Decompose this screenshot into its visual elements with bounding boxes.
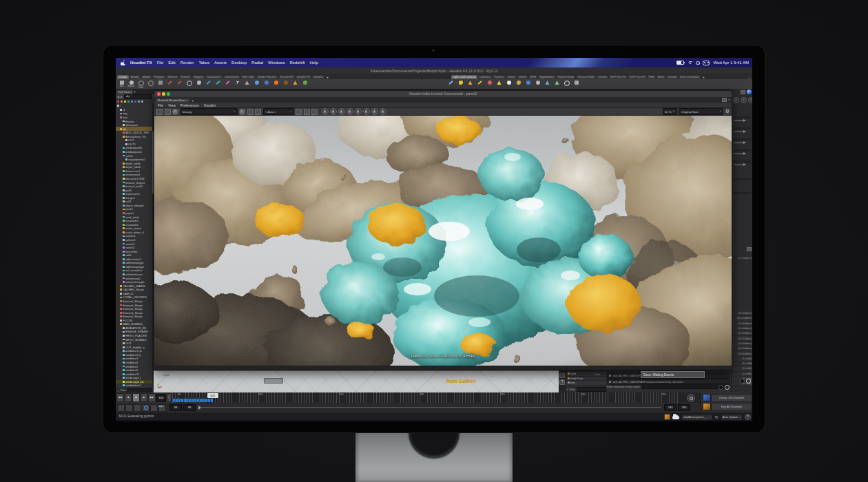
- flag-icon-3[interactable]: [127, 101, 130, 103]
- tool-icon-3[interactable]: [147, 80, 154, 89]
- frame-inc-button[interactable]: ∷: [167, 393, 172, 402]
- network-editor[interactable]: Indie Indie Edition: [154, 370, 559, 393]
- black-sphere-icon[interactable]: [719, 385, 723, 390]
- tool-icon-8[interactable]: [196, 80, 202, 89]
- aov-dropdown[interactable]: beauty▾: [180, 108, 238, 115]
- text-icon[interactable]: T: [559, 379, 565, 385]
- network-node[interactable]: [264, 378, 283, 384]
- tool-icon-18[interactable]: [292, 80, 298, 89]
- tool-icon-8[interactable]: [525, 80, 531, 89]
- renderview-window[interactable]: Houdini Indie Limited-Commercial - panel…: [154, 90, 732, 370]
- region-icon[interactable]: [338, 108, 345, 115]
- range-start-icon[interactable]: |◀: [158, 405, 161, 408]
- zoom-fit-icon[interactable]: [355, 108, 362, 115]
- control-center-icon[interactable]: [703, 61, 710, 65]
- tool-icon-12[interactable]: T: [234, 80, 240, 89]
- zoom-level-field[interactable]: 62 %⇅: [663, 108, 677, 115]
- current-frame-marker[interactable]: 102: [207, 393, 218, 398]
- wifi-icon[interactable]: [688, 61, 692, 65]
- channel-scope-icon[interactable]: [703, 394, 711, 401]
- menubar-item-radial[interactable]: Radial: [251, 61, 263, 65]
- menubar-clock[interactable]: Wed Apr 1 9:41 AM: [713, 61, 749, 65]
- stop-button[interactable]: ■: [132, 393, 140, 402]
- tree-node-attribdelete1[interactable]: attribdelete1: [116, 384, 152, 388]
- white-color-swatch[interactable]: [746, 379, 751, 384]
- tool-icon-11[interactable]: [554, 80, 560, 89]
- battery-icon[interactable]: [676, 61, 684, 65]
- tool-icon-17[interactable]: [282, 80, 289, 89]
- layers-icon[interactable]: [380, 108, 386, 115]
- global-start-field[interactable]: 88: [169, 404, 182, 411]
- prev-frame-button[interactable]: ◀: [125, 393, 132, 402]
- scene-filter-input[interactable]: [642, 384, 730, 389]
- apple-logo-icon[interactable]: [121, 60, 125, 65]
- zoom-icon[interactable]: ⌕: [733, 97, 739, 103]
- realtime-toggle-icon[interactable]: [142, 404, 149, 412]
- material-preset-iron[interactable]: Iron: [566, 381, 606, 386]
- flipbook-icon[interactable]: [117, 404, 125, 412]
- pane-menu-caret-icon[interactable]: ▾: [728, 98, 730, 101]
- pip-icon[interactable]: [371, 108, 378, 115]
- tool-icon-13[interactable]: [573, 80, 579, 89]
- tool-tube[interactable]: Tube: [138, 80, 144, 89]
- clock-icon[interactable]: [322, 108, 329, 115]
- menubar-item-assets[interactable]: Assets: [214, 61, 227, 65]
- timeline[interactable]: 90120150180210240270 102: [172, 392, 699, 403]
- material-filter-checkbox[interactable]: ✓: [566, 388, 568, 391]
- flag-icon-2[interactable]: [124, 101, 126, 103]
- jump-start-button[interactable]: ◀◀: [116, 393, 124, 402]
- key-all-channels-button[interactable]: Key All Channels: [711, 403, 752, 411]
- menubar-item-render[interactable]: Render: [180, 61, 194, 65]
- tool-icon-9[interactable]: [205, 80, 211, 89]
- material-filter-input[interactable]: [577, 387, 606, 392]
- hive-icon[interactable]: [664, 414, 670, 420]
- tool-icon-4[interactable]: [486, 80, 493, 89]
- tool-icon-4[interactable]: [157, 80, 163, 89]
- flag-icon-0[interactable]: [117, 101, 119, 103]
- menubar-item-desktop[interactable]: Desktop: [231, 61, 247, 65]
- flag-icon-6[interactable]: [138, 101, 140, 103]
- renderview-menu-houdini[interactable]: Houdini: [204, 103, 216, 107]
- audio-icon[interactable]: [150, 404, 158, 412]
- timeline-zoom-icon[interactable]: [687, 394, 695, 402]
- crop-icon[interactable]: [255, 109, 261, 115]
- tool-icon-10[interactable]: [215, 80, 221, 89]
- help-icon[interactable]: ?: [748, 97, 752, 103]
- flag-icon-7[interactable]: [141, 101, 143, 103]
- tool-icon-19[interactable]: [302, 80, 308, 89]
- gear-icon[interactable]: ⚙: [725, 109, 730, 114]
- tool-icon-6[interactable]: [176, 80, 183, 89]
- tool-icon-9[interactable]: [535, 80, 541, 89]
- tool-icon-5[interactable]: [167, 80, 173, 89]
- tool-icon-2[interactable]: [467, 80, 473, 89]
- lock-icon[interactable]: [247, 109, 254, 115]
- render-image[interactable]: Frame 102: 2026-02-06 20:03:30 (1m54s): [154, 116, 732, 366]
- filter-checkbox[interactable]: ✓: [117, 389, 119, 392]
- menubar-item-windows[interactable]: Windows: [268, 61, 285, 65]
- flag-icon-1[interactable]: [121, 101, 123, 103]
- current-frame-field[interactable]: 102: [156, 394, 166, 402]
- flag-icon-5[interactable]: [134, 101, 136, 103]
- tool-icon-11[interactable]: [225, 80, 231, 89]
- tool-icon-16[interactable]: [273, 80, 279, 89]
- menubar-item-redshift[interactable]: Redshift: [289, 61, 304, 65]
- tool-icon-5[interactable]: [496, 80, 502, 89]
- renderview-menu-preferences[interactable]: Preferences: [180, 103, 199, 107]
- export-icon[interactable]: [134, 404, 141, 412]
- tree-path-field[interactable]: obj: [124, 94, 152, 99]
- forward-icon[interactable]: ▶: [121, 95, 123, 98]
- refresh-icon[interactable]: ↻: [715, 415, 719, 420]
- lock-render-icon[interactable]: [296, 109, 302, 115]
- tool-icon-14[interactable]: [254, 80, 260, 89]
- menubar-app-name[interactable]: Houdini FX: [130, 61, 152, 65]
- tool-icon-0[interactable]: [448, 80, 454, 89]
- keys-status-button[interactable]: 0 keys, 0/0 channels: [711, 394, 752, 402]
- material-preset-gold[interactable]: Gold: [566, 372, 606, 377]
- target-icon[interactable]: [347, 108, 353, 115]
- help-icon[interactable]: ?: [745, 414, 751, 420]
- menubar-item-edit[interactable]: Edit: [168, 61, 175, 65]
- tool-icon-1[interactable]: [457, 80, 464, 89]
- render-flipbook-icon[interactable]: [125, 404, 133, 412]
- back-icon[interactable]: ◀: [117, 95, 119, 98]
- flag-icon-4[interactable]: [131, 101, 133, 103]
